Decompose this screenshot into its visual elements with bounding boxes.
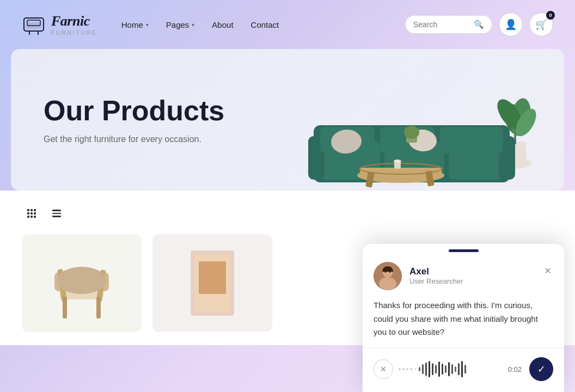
checkmark-icon: ✓ [537,363,546,375]
logo-text: Farnic Furniture [51,13,97,36]
audio-cancel-button[interactable]: ✕ [374,359,393,379]
chat-widget: Axel User Researcher × Thanks for procee… [363,244,564,392]
nav-about[interactable]: About [204,16,241,34]
list-icon [52,210,61,217]
chat-user-name: Axel [409,266,463,277]
logo-name: Farnic [51,13,90,29]
logo-area[interactable]: Farnic Furniture [22,13,97,36]
svg-rect-42 [199,261,226,294]
hero-subtitle: Get the right furniture for every occasi… [44,134,224,144]
search-box[interactable]: 🔍 [405,15,492,34]
nav-contact[interactable]: Contact [243,16,287,34]
hero-section: Our Products Get the right furniture for… [11,49,564,191]
nav-pages[interactable]: Pages ▾ [158,16,203,34]
chat-message-text: Thanks for proceeding with this. I'm cur… [363,298,564,348]
grid-view-button[interactable] [22,204,41,223]
svg-point-25 [404,126,419,139]
user-icon: 👤 [505,19,517,30]
hero-text: Our Products Get the right furniture for… [44,95,224,144]
hero-title: Our Products [44,95,224,126]
nav-links: Home ▾ Pages ▾ About Contact [114,16,286,34]
nav-right: 🔍 👤 🛒 0 [405,13,553,36]
logo-subtitle: Furniture [51,30,97,36]
close-icon: × [545,265,551,276]
search-input[interactable] [413,20,469,29]
account-button[interactable]: 👤 [499,13,523,36]
cart-button[interactable]: 🛒 0 [529,13,553,36]
navbar: Farnic Furniture Home ▾ Pages ▾ About Co… [0,0,575,49]
search-icon: 🔍 [474,20,484,29]
audio-waveform [399,359,500,379]
furniture-illustration [281,54,553,191]
view-toggles [22,204,553,223]
list-view-button[interactable] [47,204,66,223]
avatar [374,262,402,290]
cancel-icon: ✕ [380,365,387,373]
chat-audio-bar: ✕ 0:02 ✓ [363,348,564,392]
svg-point-46 [379,277,396,290]
product-card-2[interactable] [152,234,272,332]
chat-close-button[interactable]: × [540,263,555,278]
hero-image [281,49,553,191]
svg-rect-38 [96,297,101,318]
audio-time: 0:02 [508,365,522,373]
chat-tab-indicator[interactable] [449,249,479,252]
svg-point-32 [394,160,401,163]
nav-home[interactable]: Home ▾ [114,16,156,34]
cart-icon: 🛒 [535,19,547,30]
chat-user-info: Axel User Researcher [409,266,463,285]
grid-icon [27,209,36,218]
audio-send-button[interactable]: ✓ [529,357,553,381]
product-card-1[interactable] [22,234,142,332]
chevron-down-icon: ▾ [146,22,149,28]
svg-point-39 [57,267,106,294]
chevron-down-icon: ▾ [192,22,194,28]
svg-rect-21 [440,127,503,153]
cart-badge: 0 [546,11,555,20]
chat-user-role: User Researcher [409,277,463,285]
svg-rect-37 [63,297,67,318]
logo-icon [22,13,46,36]
chat-header: Axel User Researcher × [363,254,564,298]
